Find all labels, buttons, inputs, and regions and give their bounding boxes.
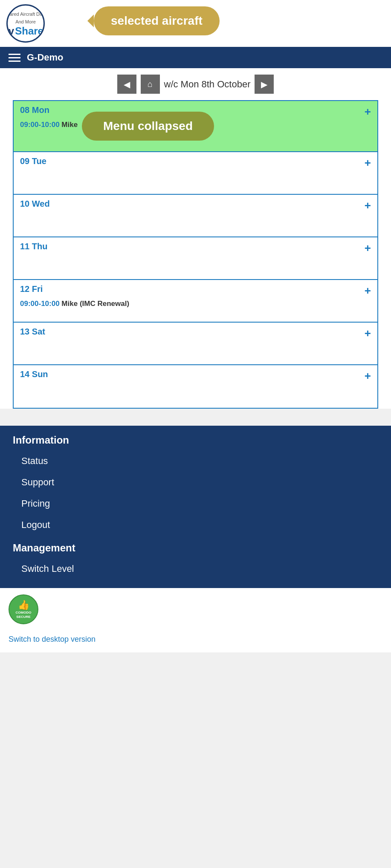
day-row: 10 Wed + [14,195,377,237]
add-booking-button[interactable]: + [365,327,371,340]
switch-to-desktop-link[interactable]: Switch to desktop version [9,635,96,643]
add-booking-button[interactable]: + [365,369,371,383]
day-row: 09 Tue + [14,152,377,195]
menu-collapsed-bubble: Menu collapsed [82,112,214,141]
day-header: 10 Wed + [20,199,371,212]
day-row: 11 Thu + [14,237,377,280]
logo-container: Shared Aircraft Diary And More Av Shared… [6,4,45,43]
day-header: 11 Thu + [20,242,371,255]
logo-bar: Shared Aircraft Diary And More Av Shared… [0,0,391,47]
logo-tagline: Shared Aircraft Diary And More [6,12,45,24]
add-booking-button[interactable]: + [365,156,371,170]
week-label: w/c Mon 8th October [164,79,251,90]
header: Shared Aircraft Diary And More Av Shared… [0,0,391,100]
day-row: 13 Sat + [14,323,377,365]
day-name: 11 Thu [20,242,47,251]
footer-nav-item[interactable]: Status [13,450,378,472]
comodo-label: COMODOSECURE [16,611,32,619]
desktop-link-bar: Switch to desktop version [0,631,391,652]
tooltip-text: selected aircraft [111,14,203,27]
day-header: 14 Sun + [20,369,371,383]
week-nav: ◀ ⌂ w/c Mon 8th October ▶ [0,68,391,100]
prev-week-button[interactable]: ◀ [117,75,136,94]
day-name: 14 Sun [20,369,48,379]
plane-icon: ✈ [44,4,45,12]
day-header: 12 Fri + [20,284,371,297]
footer-section-title: Information [13,434,378,446]
day-row: 14 Sun + [14,365,377,408]
comodo-bar: 👍 COMODOSECURE [0,588,391,631]
event-name: Mike [61,121,78,129]
day-header: 13 Sat + [20,327,371,340]
add-booking-button[interactable]: + [365,284,371,297]
day-row: 12 Fri + 09:00-10:00 Mike (IMC Renewal) [14,280,377,323]
footer-section-title: Management [13,542,378,554]
footer-nav-item[interactable]: Logout [13,514,378,536]
event-time: 09:00-10:00 [20,300,60,308]
day-name: 10 Wed [20,199,50,209]
thumbs-up-icon: 👍 [18,600,29,611]
footer-nav-item[interactable]: Pricing [13,493,378,514]
logo-shared: Shared [15,25,45,37]
calendar: 08 Mon + 09:00-10:00 MikeMenu collapsed … [13,100,378,409]
calendar-wrapper: 08 Mon + 09:00-10:00 MikeMenu collapsed … [0,100,391,409]
day-name: 08 Mon [20,105,49,115]
day-event: 09:00-10:00 Mike (IMC Renewal) [20,300,371,308]
add-booking-button[interactable]: + [365,199,371,212]
day-name: 13 Sat [20,327,45,337]
footer-nav-item[interactable]: Switch Level [13,558,378,580]
home-week-button[interactable]: ⌂ [141,75,160,94]
spacer [0,409,391,426]
logo-circle: Shared Aircraft Diary And More Av Shared… [6,4,45,43]
day-name: 09 Tue [20,156,46,166]
logo-av: Av [6,25,14,37]
footer-nav: InformationStatusSupportPricingLogoutMan… [0,426,391,588]
event-name: Mike (IMC Renewal) [61,300,129,308]
aircraft-name: G-Demo [27,52,64,63]
next-week-button[interactable]: ▶ [255,75,274,94]
day-header: 09 Tue + [20,156,371,170]
nav-bar: G-Demo [0,47,391,68]
hamburger-menu[interactable] [9,54,20,62]
add-booking-button[interactable]: + [365,105,371,118]
add-booking-button[interactable]: + [365,242,371,255]
day-name: 12 Fri [20,284,43,294]
event-time: 09:00-10:00 [20,121,60,129]
footer-nav-item[interactable]: Support [13,472,378,493]
day-row: 08 Mon + 09:00-10:00 MikeMenu collapsed [14,101,377,152]
selected-aircraft-tooltip: selected aircraft [94,6,220,35]
comodo-badge: 👍 COMODOSECURE [9,594,38,624]
